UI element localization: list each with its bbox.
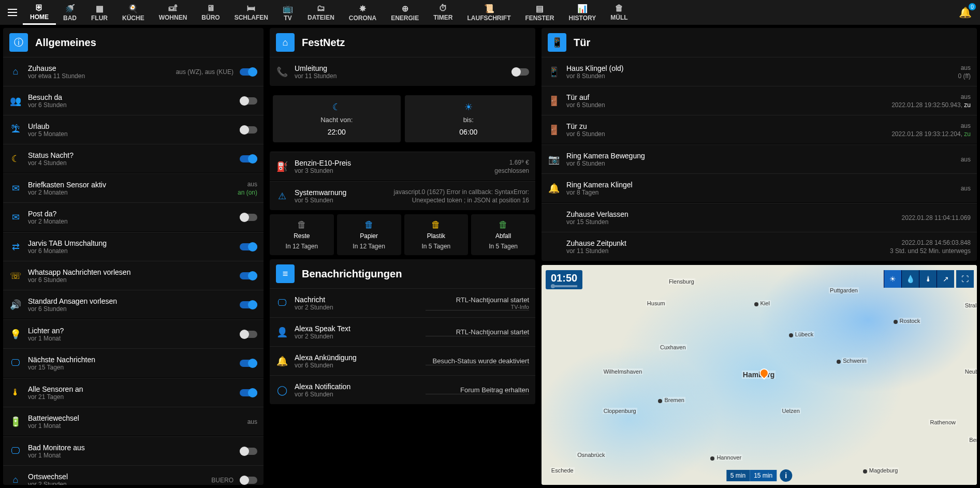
row-item[interactable]: 👥Besuch davor 6 Stunden [3, 86, 264, 115]
row-item[interactable]: 🖵Nächste Nachrichtenvor 15 Tagen [3, 348, 264, 377]
row-item[interactable]: ⚠Systemwarnungvor 5 Stundenjavascript.0 … [270, 181, 535, 210]
row-icon: 📱 [548, 66, 560, 78]
map-city-label: Hannover [715, 454, 742, 461]
row-item[interactable]: ⛽Benzin-E10-Preisvor 3 Stunden1.69⁹ €ges… [270, 152, 535, 181]
row-item[interactable]: ⇄Jarvis TAB Umschaltungvor 6 Monaten [3, 232, 264, 261]
tab-wohnen[interactable]: 🛋WOHNEN [152, 0, 195, 25]
tab-home[interactable]: ⛨HOME [23, 0, 56, 25]
trash-icon: 🗑 [339, 219, 399, 230]
toggle-switch[interactable] [240, 301, 257, 308]
tab-tv[interactable]: 📺TV [275, 0, 300, 25]
map-city-label: Kiel [759, 300, 771, 306]
tab-icon: ▦ [96, 4, 104, 13]
map-city-label: Stralsund [964, 302, 977, 308]
toggle-switch[interactable] [240, 389, 257, 396]
tab-fenster[interactable]: ▤FENSTER [518, 0, 562, 25]
menu-button[interactable] [4, 4, 21, 21]
map-info-button[interactable]: i [780, 469, 792, 482]
row-item[interactable]: 🌡Alle Sensoren anvor 21 Tagen [3, 378, 264, 407]
toggle-switch[interactable] [240, 68, 257, 76]
row-item[interactable]: 🏝Urlaubvor 5 Monaten [3, 115, 264, 144]
row-icon: 🔔 [276, 356, 288, 367]
tab-history[interactable]: 📊HISTORY [562, 0, 604, 25]
trash-tile[interactable]: 🗑ResteIn 12 Tagen [270, 214, 334, 255]
row-item[interactable]: ⌂Ortswechselvor 2 StundenBUERO [3, 465, 264, 485]
row-item[interactable]: 🔊Standard Ansagen vorlesenvor 6 Stunden [3, 290, 264, 319]
trash-tile[interactable]: 🗑PapierIn 12 Tagen [337, 214, 401, 255]
tab-icon: 🚿 [65, 4, 75, 13]
toggle-switch[interactable] [240, 126, 257, 134]
fullscreen-button[interactable]: ⛶ [956, 270, 974, 288]
row-item[interactable]: Zuhause Verlassenvor 15 Stunden2022.01.2… [542, 203, 977, 232]
row-item[interactable]: Zuhause Zeitpunktvor 11 Stunden2022.01.2… [542, 232, 977, 261]
trash-tile[interactable]: 🗑AbfallIn 5 Tagen [471, 214, 535, 255]
toggle-switch[interactable] [240, 97, 257, 105]
tab-corona[interactable]: ✸CORONA [342, 0, 384, 25]
tab-müll[interactable]: 🗑MÜLL [603, 0, 635, 25]
map-city-label: Eschede [550, 467, 575, 474]
layer-temp-icon[interactable]: 🌡 [919, 270, 937, 288]
notifications-bell[interactable]: 🔔0 [959, 6, 972, 19]
row-icon: ⛽ [276, 161, 288, 172]
tab-bad[interactable]: 🚿BAD [56, 0, 84, 25]
toggle-switch[interactable] [240, 331, 257, 338]
row-item[interactable]: ◯Alexa Notificationvor 6 StundenForum Be… [270, 375, 535, 404]
tab-timer[interactable]: ⏱TIMER [426, 0, 460, 25]
row-item[interactable]: 🚪Tür zuvor 6 Stundenaus2022.01.28 19:33:… [542, 115, 977, 144]
row-item[interactable]: 📷Ring Kamera Bewegungvor 6 Stundenaus [542, 144, 977, 173]
tab-icon: ⛨ [35, 3, 43, 12]
row-item[interactable]: 🔔Alexa Ankündigungvor 6 StundenBesuch-St… [270, 346, 535, 375]
interval-5min[interactable]: 5 min [726, 470, 750, 481]
row-item[interactable]: 🔋Batteriewechselvor 1 Monataus [3, 407, 264, 436]
row-item[interactable]: ✉Post da?vor 2 Monaten [3, 202, 264, 231]
row-item[interactable]: 💡Lichter an?vor 1 Monat [3, 319, 264, 348]
map-city-label: Puttgarden [829, 287, 859, 293]
toggle-switch[interactable] [240, 243, 257, 250]
toggle-switch[interactable] [240, 448, 257, 455]
row-item[interactable]: 🖵Bad Monitore ausvor 1 Monat [3, 436, 264, 465]
tab-laufschrift[interactable]: 📜LAUFSCHRIFT [460, 0, 518, 25]
row-item[interactable]: ☾Status Nacht?vor 4 Stunden [3, 144, 264, 173]
row-icon: 🚪 [548, 124, 560, 136]
tab-dateien[interactable]: 🗂DATEIEN [300, 0, 342, 25]
layer-rain-icon[interactable]: 💧 [901, 270, 919, 288]
map-city-label: Berl [968, 437, 977, 443]
tab-energie[interactable]: ⊕ENERGIE [384, 0, 426, 25]
row-item[interactable]: 🔔Ring Kamera Klingelvor 8 Tagenaus [542, 173, 977, 202]
row-item[interactable]: ✉Briefkasten Sensor aktivvor 2 Monatenau… [3, 173, 264, 202]
toggle-switch[interactable] [240, 477, 257, 484]
tab-icon: ⊕ [402, 4, 408, 13]
row-item[interactable]: 📱Haus Klingel (old)vor 8 Stundenaus0 (ff… [542, 57, 977, 86]
tab-icon: ✸ [359, 4, 366, 13]
interval-15min[interactable]: 15 min [750, 470, 777, 481]
tab-icon: 📺 [283, 4, 293, 13]
toggle-switch[interactable] [240, 155, 257, 162]
night-from-card[interactable]: ☾ Nacht von: 22:00 [273, 95, 401, 142]
tab-icon: 🛋 [169, 4, 177, 13]
row-item[interactable]: 👤Alexa Speak Textvor 2 StundenRTL-Nachtj… [270, 317, 535, 346]
layer-wind-icon[interactable]: ↗ [937, 270, 954, 288]
toggle-switch[interactable] [240, 214, 257, 221]
tab-flur[interactable]: ▦FLUR [84, 0, 115, 25]
tab-schlafen[interactable]: 🛏SCHLAFEN [227, 0, 275, 25]
map-city-label: Hamburg [742, 371, 776, 379]
tab-küche[interactable]: 🍳KÜCHE [115, 0, 152, 25]
toggle-switch[interactable] [240, 360, 257, 367]
tab-büro[interactable]: 🖥BÜRO [194, 0, 227, 25]
toggle-switch[interactable] [240, 272, 257, 279]
row-item[interactable]: ⌂Zuhausevor etwa 11 Stundenaus (WZ), aus… [3, 57, 264, 86]
card-tuer: 📱 Tür 📱Haus Klingel (old)vor 8 Stundenau… [542, 28, 977, 261]
tab-icon: 🗂 [317, 4, 325, 13]
weather-map[interactable]: FlensburgHusumKielPuttgardenCuxhavenLübe… [542, 265, 977, 485]
layer-sun-icon[interactable]: ☀ [884, 270, 901, 288]
row-icon: ☏ [9, 270, 22, 282]
row-item[interactable]: 🖵Nachrichtvor 2 StundenRTL-Nachtjournal … [270, 288, 535, 317]
row-icon: ✉ [9, 212, 22, 223]
tab-icon: 📜 [484, 4, 494, 13]
night-to-card[interactable]: ☀ bis: 06:00 [405, 95, 533, 142]
umleitung-toggle[interactable] [511, 68, 529, 76]
map-layer-buttons: ☀ 💧 🌡 ↗ [884, 270, 954, 288]
trash-tile[interactable]: 🗑PlastikIn 5 Tagen [404, 214, 469, 255]
row-item[interactable]: 🚪Tür aufvor 6 Stundenaus2022.01.28 19:32… [542, 86, 977, 115]
row-item[interactable]: ☏Whatsapp Nachrichten vorlesenvor 6 Stun… [3, 261, 264, 290]
